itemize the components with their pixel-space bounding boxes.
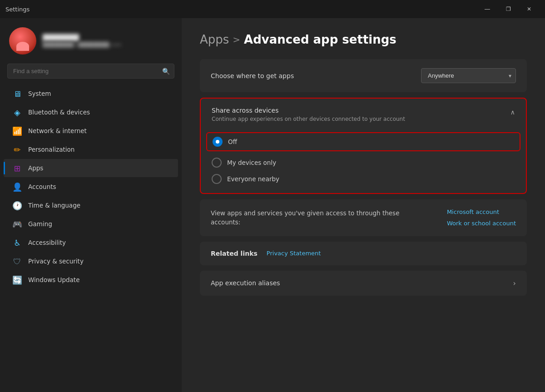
privacy-icon: 🛡	[13, 257, 22, 266]
sidebar-item-accounts[interactable]: 👤Accounts	[4, 178, 178, 196]
radio-off-label: Off	[228, 138, 237, 145]
update-icon: 🔄	[13, 275, 22, 284]
titlebar-title: Settings	[5, 6, 30, 13]
page-title: Advanced app settings	[244, 33, 396, 46]
sidebar-item-apps[interactable]: ⊞Apps	[4, 159, 178, 177]
work-account-link[interactable]: Work or school account	[447, 220, 516, 227]
radio-my-devices-circle	[212, 158, 222, 168]
sidebar-item-label-accounts: Accounts	[28, 183, 56, 190]
view-apps-text: View apps and services you've given acce…	[211, 208, 429, 227]
accounts-icon: 👤	[13, 182, 22, 191]
sidebar-item-label-privacy: Privacy & security	[28, 258, 84, 265]
sidebar-item-system[interactable]: 🖥System	[4, 84, 178, 103]
alias-label: App execution aliases	[211, 279, 280, 287]
share-subtitle: Continue app experiences on other device…	[212, 116, 405, 122]
sidebar-item-update[interactable]: 🔄Windows Update	[4, 271, 178, 289]
choose-where-card: Choose where to get apps Anywhere The Mi…	[200, 59, 527, 92]
bluetooth-icon: ◈	[13, 108, 22, 117]
sidebar-item-label-time: Time & language	[28, 202, 80, 209]
avatar	[9, 27, 36, 55]
content-area: ████████ ████████@████████.com 🔍 🖥System…	[0, 18, 545, 392]
user-section: ████████ ████████@████████.com	[0, 18, 182, 62]
radio-my-devices-option[interactable]: My devices only	[212, 158, 515, 168]
radio-off-option[interactable]: Off	[206, 132, 520, 151]
sidebar-item-privacy[interactable]: 🛡Privacy & security	[4, 252, 178, 270]
maximize-button[interactable]: ❐	[498, 0, 519, 18]
search-box: 🔍	[7, 64, 174, 79]
view-apps-row: View apps and services you've given acce…	[211, 208, 516, 227]
related-links-card: Related links Privacy Statement	[200, 242, 527, 265]
choose-where-label: Choose where to get apps	[211, 72, 294, 79]
share-title: Share across devices	[212, 107, 405, 114]
breadcrumb-apps[interactable]: Apps	[200, 33, 229, 46]
breadcrumb-separator: >	[233, 34, 240, 45]
ms-account-link[interactable]: Microsoft account	[447, 208, 516, 215]
radio-everyone-circle	[212, 174, 222, 184]
share-across-card: Share across devices Continue app experi…	[200, 98, 527, 194]
anywhere-select[interactable]: Anywhere The Microsoft Store only Anywhe…	[421, 68, 516, 83]
sidebar-item-label-personalization: Personalization	[28, 146, 74, 153]
sidebar-item-label-network: Network & internet	[28, 127, 87, 134]
sidebar-item-gaming[interactable]: 🎮Gaming	[4, 215, 178, 233]
sidebar-item-personalization[interactable]: ✏Personalization	[4, 140, 178, 159]
user-name: ████████	[43, 34, 121, 41]
minimize-button[interactable]: —	[477, 0, 498, 18]
view-apps-card: View apps and services you've given acce…	[200, 199, 527, 236]
sidebar-item-label-bluetooth: Bluetooth & devices	[28, 109, 90, 116]
share-chevron-icon: ∧	[510, 109, 515, 116]
anywhere-select-wrapper: Anywhere The Microsoft Store only Anywhe…	[421, 68, 516, 83]
radio-off-inner	[216, 140, 219, 144]
radio-my-devices-label: My devices only	[227, 159, 276, 166]
radio-options: Off My devices only Everyone nearby	[201, 130, 526, 193]
titlebar: Settings — ❐ ✕	[0, 0, 545, 18]
accessibility-icon: ♿	[13, 238, 22, 247]
sidebar-item-bluetooth[interactable]: ◈Bluetooth & devices	[4, 103, 178, 121]
sidebar-item-accessibility[interactable]: ♿Accessibility	[4, 233, 178, 252]
sidebar-item-label-accessibility: Accessibility	[28, 239, 66, 246]
settings-window: Settings — ❐ ✕ ████████ ████████@███████…	[0, 0, 545, 392]
system-icon: 🖥	[13, 89, 22, 98]
alias-chevron-icon: ›	[513, 279, 516, 288]
sidebar-item-label-gaming: Gaming	[28, 220, 52, 228]
radio-everyone-label: Everyone nearby	[227, 175, 279, 183]
sidebar-item-label-system: System	[28, 90, 51, 97]
search-icon: 🔍	[162, 68, 170, 75]
privacy-statement-link[interactable]: Privacy Statement	[267, 250, 321, 257]
sidebar: ████████ ████████@████████.com 🔍 🖥System…	[0, 18, 182, 392]
breadcrumb: Apps > Advanced app settings	[200, 33, 527, 46]
choose-where-row: Choose where to get apps Anywhere The Mi…	[200, 59, 527, 92]
radio-off-circle	[213, 137, 223, 147]
time-icon: 🕐	[13, 201, 22, 210]
sidebar-item-label-update: Windows Update	[28, 276, 79, 283]
sidebar-item-label-apps: Apps	[28, 164, 43, 172]
user-email: ████████@████████.com	[43, 42, 121, 48]
close-button[interactable]: ✕	[519, 0, 540, 18]
app-execution-aliases-card[interactable]: App execution aliases ›	[200, 271, 527, 296]
network-icon: 📶	[13, 126, 22, 135]
gaming-icon: 🎮	[13, 219, 22, 228]
sidebar-item-time[interactable]: 🕐Time & language	[4, 196, 178, 214]
apps-icon: ⊞	[13, 164, 22, 173]
user-info: ████████ ████████@████████.com	[43, 34, 121, 48]
titlebar-controls: — ❐ ✕	[477, 0, 540, 18]
share-header[interactable]: Share across devices Continue app experi…	[201, 99, 526, 130]
search-input[interactable]	[7, 64, 174, 79]
nav-list: 🖥System◈Bluetooth & devices📶Network & in…	[0, 84, 182, 289]
related-links-label: Related links	[211, 250, 258, 257]
personalization-icon: ✏	[13, 145, 22, 154]
view-apps-links: Microsoft account Work or school account	[447, 208, 516, 227]
radio-everyone-option[interactable]: Everyone nearby	[212, 174, 515, 184]
sidebar-item-network[interactable]: 📶Network & internet	[4, 122, 178, 140]
share-header-text: Share across devices Continue app experi…	[212, 107, 405, 122]
main-content: Apps > Advanced app settings Choose wher…	[182, 18, 545, 392]
